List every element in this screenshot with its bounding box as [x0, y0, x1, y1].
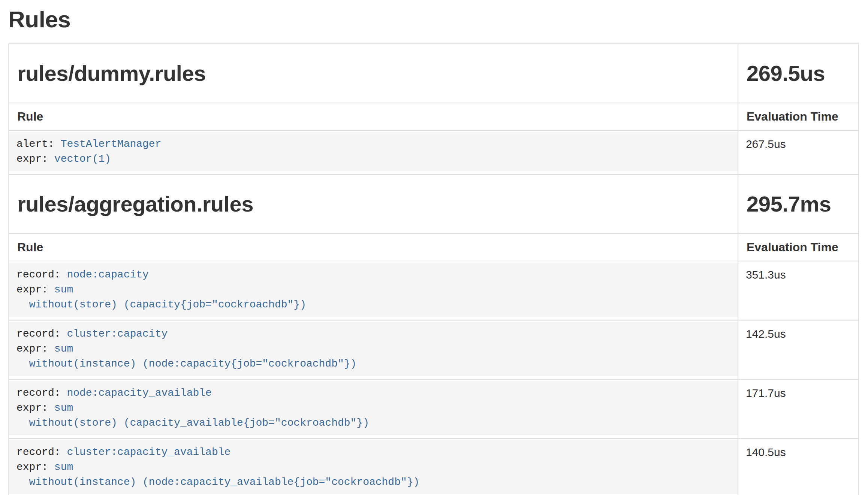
- rule-keyword: expr:: [16, 461, 54, 473]
- rule-expr-link[interactable]: sum: [54, 284, 73, 295]
- column-header-evaluation-time: Evaluation Time: [738, 234, 859, 261]
- column-header-row: Rule Evaluation Time: [9, 234, 859, 261]
- rule-expr-link[interactable]: cluster:capacity: [67, 328, 168, 340]
- rule-group-header-row: rules/dummy.rules 269.5us: [9, 44, 859, 103]
- rule-keyword: expr:: [16, 343, 54, 355]
- rule-eval-time: 171.7us: [738, 379, 859, 438]
- rule-group-file-cell: rules/aggregation.rules: [9, 174, 738, 234]
- rule-cell: record: node:capacity expr: sum without(…: [9, 261, 738, 320]
- rule-group-file: rules/aggregation.rules: [17, 192, 729, 216]
- rule-group-header-row: rules/aggregation.rules 295.7ms: [9, 174, 859, 234]
- column-header-row: Rule Evaluation Time: [9, 103, 859, 130]
- rule-expr-link[interactable]: node:capacity: [67, 269, 148, 280]
- rule-group-eval-time-cell: 295.7ms: [738, 174, 859, 234]
- rule-group-file: rules/dummy.rules: [17, 61, 729, 85]
- rule-row: alert: TestAlertManager expr: vector(1) …: [9, 130, 859, 174]
- column-header-evaluation-time: Evaluation Time: [738, 103, 859, 130]
- column-header-rule: Rule: [9, 234, 738, 261]
- rule-cell: alert: TestAlertManager expr: vector(1): [9, 130, 738, 174]
- rule-expr-link[interactable]: sum: [54, 461, 73, 473]
- rule-expr-link[interactable]: without(store) (capacity_available{job="…: [29, 417, 369, 429]
- rule-expr-link[interactable]: TestAlertManager: [61, 138, 162, 150]
- rule-expr-link[interactable]: without(store) (capacity{job="cockroachd…: [29, 299, 306, 310]
- rule-eval-time: 142.5us: [738, 320, 859, 379]
- rule-code: record: cluster:capacity_available expr:…: [9, 440, 738, 494]
- page-title: Rules: [8, 7, 859, 32]
- rule-keyword: record:: [16, 446, 67, 458]
- rule-keyword: record:: [16, 387, 67, 399]
- rule-keyword: record:: [16, 328, 67, 340]
- rule-group-eval-time-cell: 269.5us: [738, 44, 859, 103]
- rule-expr-link[interactable]: vector(1): [54, 153, 111, 165]
- rules-table-body: rules/dummy.rules 269.5us Rule Evaluatio…: [9, 44, 859, 495]
- rule-code: alert: TestAlertManager expr: vector(1): [9, 132, 738, 171]
- rule-eval-time: 351.3us: [738, 261, 859, 320]
- rule-keyword: [16, 358, 29, 370]
- rule-code: record: cluster:capacity expr: sum witho…: [9, 322, 738, 376]
- rules-table: rules/dummy.rules 269.5us Rule Evaluatio…: [8, 43, 859, 495]
- rule-row: record: cluster:capacity expr: sum witho…: [9, 320, 859, 379]
- rule-row: record: node:capacity expr: sum without(…: [9, 261, 859, 320]
- rule-expr-link[interactable]: sum: [54, 402, 73, 414]
- rule-keyword: record:: [16, 269, 67, 280]
- rule-cell: record: node:capacity_available expr: su…: [9, 379, 738, 438]
- rules-page: Rules rules/dummy.rules 269.5us Rule Eva…: [0, 7, 868, 495]
- column-header-rule: Rule: [9, 103, 738, 130]
- rule-group-eval-time: 269.5us: [747, 61, 850, 85]
- rule-code: record: node:capacity expr: sum without(…: [9, 263, 738, 317]
- rule-expr-link[interactable]: cluster:capacity_available: [67, 446, 230, 458]
- rule-group-eval-time: 295.7ms: [747, 192, 850, 216]
- rule-keyword: [16, 476, 29, 488]
- rule-cell: record: cluster:capacity_available expr:…: [9, 438, 738, 495]
- rule-cell: record: cluster:capacity expr: sum witho…: [9, 320, 738, 379]
- rule-expr-link[interactable]: sum: [54, 343, 73, 355]
- rule-row: record: node:capacity_available expr: su…: [9, 379, 859, 438]
- rule-expr-link[interactable]: node:capacity_available: [67, 387, 211, 399]
- rule-eval-time: 140.5us: [738, 438, 859, 495]
- rule-keyword: expr:: [16, 402, 54, 414]
- rule-group-file-cell: rules/dummy.rules: [9, 44, 738, 103]
- rule-keyword: expr:: [16, 153, 54, 165]
- rule-expr-link[interactable]: without(instance) (node:capacity_availab…: [29, 476, 420, 488]
- rule-eval-time: 267.5us: [738, 130, 859, 174]
- rule-keyword: [16, 417, 29, 429]
- rule-row: record: cluster:capacity_available expr:…: [9, 438, 859, 495]
- rule-keyword: expr:: [16, 284, 54, 295]
- rule-keyword: alert:: [16, 138, 61, 150]
- rule-code: record: node:capacity_available expr: su…: [9, 381, 738, 435]
- rule-expr-link[interactable]: without(instance) (node:capacity{job="co…: [29, 358, 357, 370]
- rule-keyword: [16, 299, 29, 310]
